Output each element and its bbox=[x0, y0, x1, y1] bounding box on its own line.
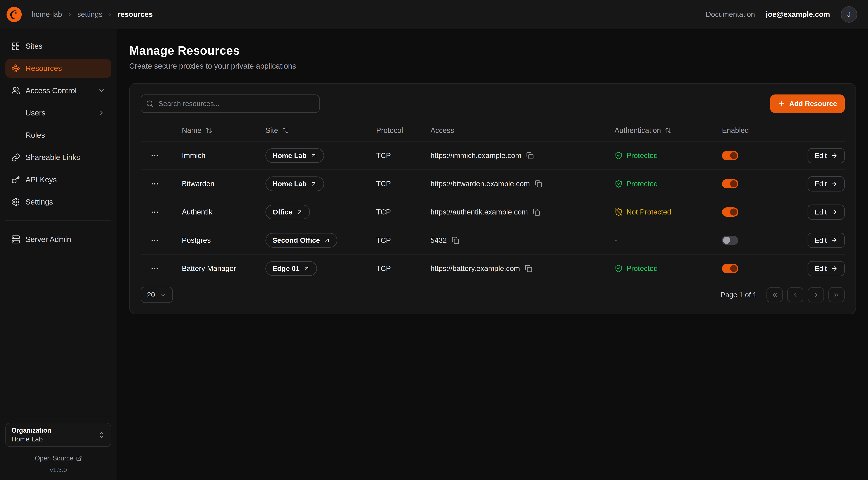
auth-status: Protected bbox=[626, 180, 658, 188]
chevron-right-icon bbox=[812, 291, 819, 298]
cell-access: 5432 bbox=[431, 236, 615, 244]
row-menu-button[interactable] bbox=[150, 264, 159, 273]
app-root: home-labsettingsresources Documentation … bbox=[0, 0, 868, 480]
site-name: Edge 01 bbox=[273, 265, 300, 273]
cell-enabled bbox=[722, 151, 796, 160]
organization-picker[interactable]: Organization Home Lab bbox=[5, 423, 111, 447]
site-name: Home Lab bbox=[273, 152, 307, 160]
documentation-link[interactable]: Documentation bbox=[706, 10, 755, 19]
cell-access: https://immich.example.com bbox=[431, 151, 615, 160]
copy-button[interactable] bbox=[533, 208, 540, 216]
site-link-button[interactable]: Home Lab bbox=[266, 148, 324, 163]
resource-access: https://authentik.example.com bbox=[431, 208, 528, 216]
sidebar-item-settings[interactable]: Settings bbox=[5, 193, 111, 211]
waypoints-icon bbox=[11, 64, 20, 73]
edit-button[interactable]: Edit bbox=[808, 261, 845, 276]
arrow-right-icon bbox=[831, 265, 838, 272]
copy-icon bbox=[533, 208, 540, 216]
server-icon bbox=[11, 235, 20, 244]
gear-icon bbox=[11, 198, 20, 206]
cell-authentication: Protected bbox=[615, 180, 722, 188]
column-header-authentication[interactable]: Authentication bbox=[615, 126, 722, 134]
arrow-right-icon bbox=[831, 237, 838, 244]
user-email[interactable]: joe@example.com bbox=[766, 10, 830, 19]
ellipsis-icon bbox=[150, 151, 159, 160]
site-link-button[interactable]: Home Lab bbox=[266, 177, 324, 191]
cell-authentication: Protected bbox=[615, 264, 722, 273]
cell-edit: Edit bbox=[796, 233, 845, 248]
first-page-button[interactable] bbox=[767, 287, 783, 302]
sidebar-item-roles[interactable]: Roles bbox=[5, 126, 111, 144]
sort-icon bbox=[282, 127, 289, 134]
resource-protocol: TCP bbox=[376, 180, 431, 188]
copy-button[interactable] bbox=[525, 265, 532, 272]
cell-edit: Edit bbox=[796, 205, 845, 220]
sidebar-item-label: Server Admin bbox=[26, 235, 105, 244]
chevron-left-icon bbox=[792, 291, 799, 298]
site-link-button[interactable]: Office bbox=[266, 205, 310, 219]
enabled-toggle[interactable] bbox=[722, 264, 738, 273]
pagination-label: Page 1 of 1 bbox=[721, 291, 757, 299]
copy-button[interactable] bbox=[535, 180, 542, 188]
enabled-toggle[interactable] bbox=[722, 207, 738, 217]
auth-status: - bbox=[615, 236, 617, 244]
open-source-label: Open Source bbox=[35, 454, 73, 462]
org-picker-label: Organization bbox=[11, 427, 51, 434]
chevron-right-icon bbox=[107, 11, 113, 18]
topbar-right: Documentation joe@example.com J bbox=[706, 6, 857, 23]
copy-icon bbox=[535, 180, 542, 188]
edit-label: Edit bbox=[815, 208, 827, 216]
row-menu-button[interactable] bbox=[150, 208, 159, 216]
breadcrumb-item-settings[interactable]: settings bbox=[77, 10, 102, 19]
add-resource-button[interactable]: Add Resource bbox=[770, 94, 845, 113]
resource-name: Bitwarden bbox=[182, 180, 266, 188]
enabled-toggle[interactable] bbox=[722, 151, 738, 160]
sidebar-item-resources[interactable]: Resources bbox=[5, 59, 111, 78]
avatar[interactable]: J bbox=[841, 6, 857, 23]
edit-button[interactable]: Edit bbox=[808, 148, 845, 163]
open-source-link[interactable]: Open Source bbox=[5, 454, 111, 462]
sidebar-item-server-admin[interactable]: Server Admin bbox=[5, 230, 111, 249]
resource-access: https://battery.example.com bbox=[431, 264, 520, 273]
topbar: home-labsettingsresources Documentation … bbox=[0, 0, 868, 29]
resource-name: Authentik bbox=[182, 208, 266, 216]
cell-enabled bbox=[722, 179, 796, 188]
row-menu-button[interactable] bbox=[150, 151, 159, 160]
resource-access: 5432 bbox=[431, 236, 447, 244]
page-size-select[interactable]: 20 bbox=[141, 287, 173, 303]
cell-menu bbox=[141, 264, 182, 273]
enabled-toggle[interactable] bbox=[722, 179, 738, 188]
row-menu-button[interactable] bbox=[150, 180, 159, 188]
sidebar-item-label: Access Control bbox=[26, 86, 92, 95]
copy-icon bbox=[525, 265, 532, 272]
edit-button[interactable]: Edit bbox=[808, 233, 845, 248]
copy-button[interactable] bbox=[526, 152, 534, 159]
column-header-name[interactable]: Name bbox=[182, 126, 266, 134]
app-logo-icon[interactable] bbox=[5, 6, 23, 23]
row-menu-button[interactable] bbox=[150, 236, 159, 245]
table-row-battery-manager: Battery Manager Edge 01 TCP https://batt… bbox=[141, 254, 845, 282]
cell-site: Office bbox=[266, 205, 376, 219]
sidebar-item-users[interactable]: Users bbox=[5, 104, 111, 122]
sidebar-item-access-control[interactable]: Access Control bbox=[5, 82, 111, 100]
last-page-button[interactable] bbox=[828, 287, 845, 302]
sidebar-item-sites[interactable]: Sites bbox=[5, 37, 111, 55]
edit-button[interactable]: Edit bbox=[808, 176, 845, 191]
sidebar-item-label: Shareable Links bbox=[26, 153, 105, 162]
breadcrumb-item-resources[interactable]: resources bbox=[118, 10, 153, 19]
site-link-button[interactable]: Edge 01 bbox=[266, 261, 317, 276]
site-link-button[interactable]: Second Office bbox=[266, 233, 337, 248]
breadcrumb-item-home-lab[interactable]: home-lab bbox=[31, 10, 62, 19]
next-page-button[interactable] bbox=[808, 287, 824, 302]
sidebar-item-api-keys[interactable]: API Keys bbox=[5, 171, 111, 189]
enabled-toggle[interactable] bbox=[722, 236, 738, 245]
copy-button[interactable] bbox=[452, 237, 459, 244]
previous-page-button[interactable] bbox=[787, 287, 803, 302]
cell-enabled bbox=[722, 264, 796, 273]
search-input[interactable] bbox=[141, 94, 320, 113]
page-subtitle: Create secure proxies to your private ap… bbox=[129, 61, 856, 71]
sidebar-item-shareable-links[interactable]: Shareable Links bbox=[5, 148, 111, 167]
column-header-site[interactable]: Site bbox=[266, 126, 376, 134]
cell-edit: Edit bbox=[796, 261, 845, 276]
edit-button[interactable]: Edit bbox=[808, 205, 845, 220]
